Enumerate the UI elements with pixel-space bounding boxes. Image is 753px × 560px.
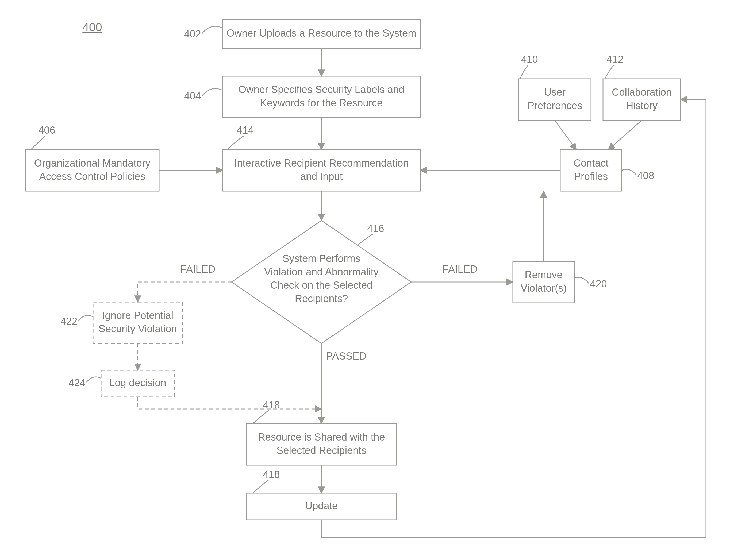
svg-text:System Performs: System Performs [282, 253, 360, 264]
node-418a: Resource is Shared with the Selected Rec… [246, 424, 396, 465]
ref-418b: 418 [263, 469, 280, 480]
svg-text:Resource is Shared with the: Resource is Shared with the [258, 432, 385, 443]
node-418b: Update [246, 493, 396, 520]
node-424: Log decision [101, 370, 175, 397]
svg-text:Recipients?: Recipients? [295, 293, 348, 304]
svg-text:Update: Update [305, 500, 338, 511]
node-406: Organizational Mandatory Access Control … [25, 150, 159, 191]
svg-rect-11 [560, 150, 622, 191]
svg-text:Selected Recipients: Selected Recipients [277, 445, 366, 456]
node-410: User Preferences [519, 79, 591, 120]
arrow-424-merge [138, 397, 321, 409]
node-412: Collaboration History [603, 79, 680, 120]
node-416-decision: System Performs Violation and Abnormalit… [232, 221, 411, 343]
svg-text:and Input: and Input [300, 171, 343, 182]
passed-label: PASSED [326, 351, 366, 362]
svg-text:Check on the Selected: Check on the Selected [270, 280, 373, 291]
svg-text:Security Violation: Security Violation [99, 323, 177, 334]
ref-416: 416 [367, 223, 384, 234]
node-422: Ignore Potential Security Violation [93, 302, 183, 343]
ref-414: 414 [237, 124, 254, 136]
failed-right-label: FAILED [442, 264, 478, 275]
ref-420: 420 [590, 278, 607, 289]
failed-left-label: FAILED [180, 264, 216, 275]
svg-rect-2 [222, 76, 420, 118]
ref-406: 406 [38, 124, 55, 136]
arrow-410-to-408 [555, 120, 576, 150]
ref-408: 408 [637, 170, 654, 181]
svg-text:Contact: Contact [574, 157, 609, 169]
arrow-412-to-408 [608, 120, 642, 150]
ref-404: 404 [184, 91, 201, 102]
svg-text:Organizational Mandatory: Organizational Mandatory [34, 157, 150, 169]
svg-text:Keywords for the Resource: Keywords for the Resource [260, 97, 383, 108]
svg-text:Profiles: Profiles [574, 171, 608, 182]
flowchart-diagram: 400 Owner Uploads a Resource to the Syst… [0, 0, 753, 560]
svg-rect-14 [519, 79, 591, 120]
ref-410: 410 [521, 54, 538, 65]
ref-402: 402 [184, 28, 201, 40]
svg-text:Ignore Potential: Ignore Potential [102, 310, 173, 321]
svg-text:Owner Uploads a Resource to th: Owner Uploads a Resource to the System [226, 27, 416, 39]
svg-text:Owner Specifies Security Label: Owner Specifies Security Labels and [239, 84, 404, 95]
svg-rect-33 [246, 424, 396, 465]
svg-rect-28 [93, 302, 183, 343]
ref-422: 422 [60, 316, 77, 327]
svg-text:Log decision: Log decision [109, 377, 166, 388]
svg-rect-8 [222, 150, 420, 191]
ref-412: 412 [607, 54, 623, 65]
ref-424: 424 [68, 377, 85, 388]
svg-text:Collaboration: Collaboration [612, 86, 672, 98]
ref-418a: 418 [263, 399, 280, 411]
svg-text:Violation and Abnormality: Violation and Abnormality [264, 266, 379, 278]
svg-text:User: User [544, 86, 566, 98]
node-408: Contact Profiles [560, 150, 622, 191]
svg-rect-5 [25, 150, 159, 191]
node-402: Owner Uploads a Resource to the System [222, 19, 420, 49]
svg-text:History: History [626, 100, 657, 111]
svg-text:Access Control Policies: Access Control Policies [39, 171, 145, 182]
svg-text:Interactive Recipient Recommen: Interactive Recipient Recommendation [234, 157, 409, 169]
svg-text:Remove: Remove [524, 269, 562, 280]
arrow-416-to-422 [138, 282, 232, 302]
svg-rect-17 [603, 79, 680, 120]
svg-rect-25 [513, 261, 574, 303]
node-420: Remove Violator(s) [513, 261, 574, 303]
figure-number: 400 [82, 21, 102, 34]
node-414: Interactive Recipient Recommendation and… [222, 150, 420, 191]
node-404: Owner Specifies Security Labels and Keyw… [222, 76, 420, 118]
svg-text:Violator(s): Violator(s) [521, 282, 567, 294]
svg-text:Preferences: Preferences [528, 100, 582, 111]
